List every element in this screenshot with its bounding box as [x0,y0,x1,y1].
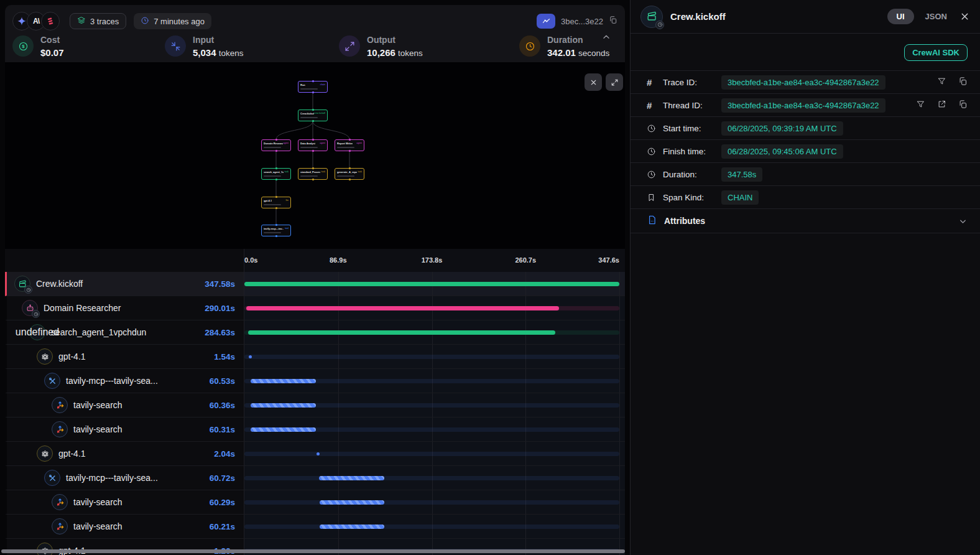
openai-icon [37,445,53,462]
graph-node-badge: task [358,170,362,173]
stat-label: Cost [40,35,64,45]
span-row[interactable]: tavily-search 60.21s [5,515,625,539]
clock-badge-icon [655,21,664,29]
tab-json[interactable]: JSON [925,12,947,21]
span-row[interactable]: gpt-4.1 2.04s [5,442,625,466]
stat-value: 342.01 seconds [547,47,609,58]
trace-summary-card: A\ 3 traces 7 minutes ago 3bec...3e22 $ … [5,5,625,62]
span-name: tavily-search [73,497,122,507]
span-name: tavily-search [73,424,122,434]
span-name: tavily-search [73,400,122,410]
span-row[interactable]: undefined search_agent_1vpchdun 284.63s [5,320,625,345]
span-bar-cell [244,369,625,393]
graph-node-tool[interactable]: tavily-mcp---tav... tool [261,225,291,236]
attributes-section-toggle[interactable]: Attributes [631,209,980,233]
collapse-stats-button[interactable] [601,32,611,45]
graph-node-gpt[interactable]: gpt-4.1 llm [261,197,291,208]
span-row[interactable]: tavily-search 60.29s [5,490,625,515]
metrics-chart-button[interactable] [537,14,555,29]
detail-value: 06/28/2025, 09:45:06 AM UTC [721,144,843,159]
tavily-icon [52,421,68,437]
span-duration: 60.29s [210,498,244,507]
span-row[interactable]: tavily-search 60.31s [5,417,625,442]
graph-node-badge: crew kickoff [314,112,325,114]
span-bar [320,500,385,505]
openai-icon [37,348,53,365]
detail-value: 3becbfed-a1be-ae84-ea3c-4942867a3e22 [721,75,885,90]
span-bar [251,427,316,432]
span-row[interactable]: tavily-search 60.36s [5,393,625,417]
crewai-logo [41,12,60,30]
tools-icon [44,470,60,486]
copy-trace-id-button[interactable] [609,16,617,27]
detail-label: Finish time: [663,147,721,156]
graph-node-search[interactable]: search_agent_1vp... task [261,168,291,180]
span-row[interactable]: tavily-mcp---tavily-sea... 60.53s [5,369,625,393]
detail-row-duration: Duration: 347.58s [631,163,980,186]
graph-node-label: gpt-4.1 [264,199,272,202]
span-detail-panel: Crew.kickoff UI JSON CrewAI SDK # Trace … [630,0,980,555]
close-panel-button[interactable] [959,11,970,22]
span-bar [244,282,619,286]
graph-node-label: search_agent_1vp... [264,170,284,174]
tavily-icon [52,494,68,510]
trace-id-short: 3bec...3e22 [561,17,603,26]
span-bar-cell [244,272,625,296]
axis-tick: 173.8s [422,256,443,264]
layers-icon [77,16,86,27]
graph-node-domain[interactable]: Domain Researcher agent [261,139,291,151]
graph-node-task3[interactable]: generate_A_repor... task [335,168,364,180]
graph-node-badge: agent [356,142,362,144]
detail-panel-header: Crew.kickoff UI JSON [631,0,980,34]
hash-icon: # [647,77,659,88]
hash-icon: # [647,100,659,111]
span-row[interactable]: gpt-4.1 1.54s [5,345,625,369]
clock-icon [647,147,659,156]
arrows-out-icon [339,35,360,57]
graph-node-label: Run [300,83,305,86]
graph-node-task2[interactable]: standard_Process... task [298,168,328,180]
span-row[interactable]: Domain Researcher 290.01s [5,296,625,320]
graph-node-kickoff[interactable]: Crew.kickoff crew kickoff [298,110,328,121]
copy-icon[interactable] [958,77,968,88]
stat-value: $0.07 [40,47,64,58]
stats-row: $ Cost $0.07 Input 5,034 tokens Output 1… [12,34,617,58]
span-duration: 60.21s [210,522,244,531]
detail-panel-title: Crew.kickoff [670,11,726,22]
detail-row-span-kind: Span Kind: CHAIN [631,186,980,209]
tavily-icon [52,397,68,413]
graph-node-label: Data Analyst [300,142,315,145]
span-row[interactable]: Crew.kickoff 347.58s [5,272,625,296]
filter-icon[interactable] [916,100,925,111]
span-bar-cell [244,442,625,465]
detail-value: 347.58s [721,167,762,182]
span-bar-cell [244,345,625,368]
attributes-label: Attributes [664,216,705,226]
agent-icon [22,300,38,316]
stat-label: Duration [547,35,609,45]
graph-node-run[interactable]: Run chain [298,81,328,93]
tab-ui[interactable]: UI [887,9,914,24]
filter-icon[interactable] [937,77,946,88]
crew-icon [640,6,663,28]
axis-tick: 0.0s [244,256,257,264]
span-name: tavily-mcp---tavily-sea... [66,473,158,483]
external-icon[interactable] [937,100,946,111]
graph-node-label: Domain Researcher [264,142,283,145]
span-bar-cell [244,393,625,417]
graph-close-button[interactable] [585,73,602,91]
clock-icon [647,170,659,179]
detail-label: Trace ID: [663,78,721,87]
copy-icon[interactable] [958,100,968,111]
horizontal-scrollbar[interactable] [1,549,625,553]
graph-node-badge: tool [285,227,289,230]
trace-graph-panel: Run chainCrew.kickoff crew kickoffDomain… [5,62,625,249]
span-bar [317,452,320,455]
stat-cost: $ Cost $0.07 [12,34,165,58]
span-duration: 347.58s [205,279,244,289]
graph-node-writer[interactable]: Report Writer agent [335,139,364,151]
graph-node-analyst[interactable]: Data Analyst agent [298,139,328,151]
span-row[interactable]: tavily-mcp---tavily-sea... 60.72s [5,466,625,490]
traces-count-label: 3 traces [90,17,119,26]
graph-expand-button[interactable] [606,73,623,91]
